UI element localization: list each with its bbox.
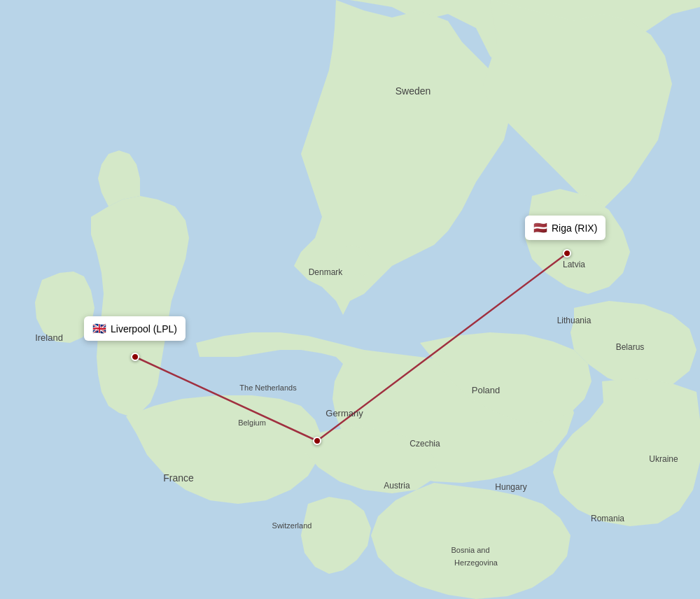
belarus-label: Belarus [616,342,645,352]
ukraine-label: Ukraine [649,454,678,464]
switzerland-label: Switzerland [272,521,312,530]
netherlands-label: The Netherlands [239,383,297,392]
hungary-label: Hungary [495,482,526,492]
lithuania-label: Lithuania [557,316,592,325]
denmark-label: Denmark [309,267,344,277]
ireland-label: Ireland [35,332,63,343]
germany-label: Germany [326,408,363,418]
riga-name-code: Riga (RIX) [552,223,597,234]
austria-label: Austria [384,481,410,491]
liverpool-dot [131,353,139,361]
liverpool-name-code: Liverpool (LPL) [111,323,177,334]
belgium-label: Belgium [238,418,266,427]
map-svg: Sweden Denmark The Netherlands Belgium G… [0,0,700,599]
liverpool-tooltip: 🇬🇧Liverpool (LPL) [84,316,186,341]
liverpool-flag: 🇬🇧 [92,322,106,335]
latvia-label: Latvia [563,260,585,269]
herzegovina-label: Herzegovina [454,558,498,567]
riga-tooltip: 🇱🇻Riga (RIX) [525,216,606,240]
riga-flag: 🇱🇻 [533,221,547,234]
waypoint-dot [313,437,321,445]
bosnia-label: Bosnia and [451,546,489,554]
poland-label: Poland [472,385,500,395]
map-container: Sweden Denmark The Netherlands Belgium G… [0,0,700,599]
romania-label: Romania [591,514,624,523]
riga-dot [563,249,571,258]
france-label: France [163,472,194,484]
czechia-label: Czechia [410,439,440,449]
sweden-label: Sweden [396,85,431,97]
